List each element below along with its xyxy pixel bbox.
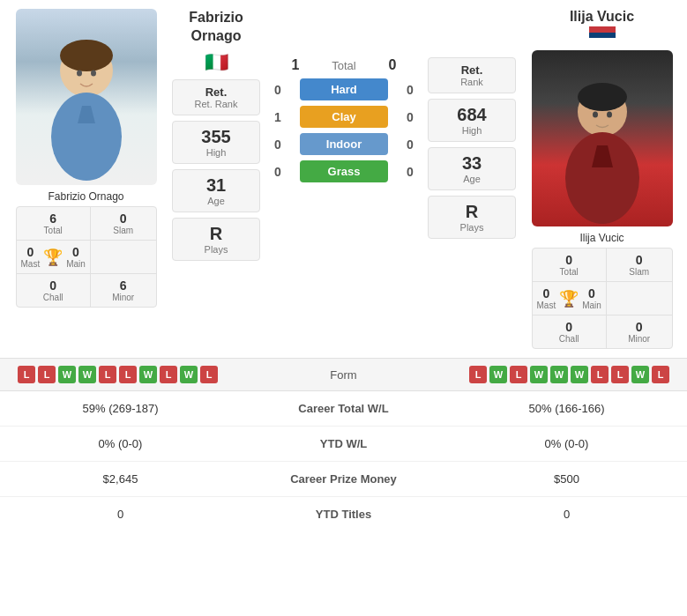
serbia-flag [589, 26, 616, 44]
form-badge: W [180, 366, 198, 383]
top-section: Fabrizio Ornago 6 Total 0 Slam 0 Mast 🏆 [0, 0, 687, 349]
svg-point-6 [91, 71, 96, 77]
p1-minor: 6 Minor [91, 274, 156, 307]
stats-row-career-wl: 59% (269-187) Career Total W/L 50% (166-… [0, 391, 687, 427]
p2-mast-value: 0 [537, 286, 556, 301]
p1-high-value: 355 [183, 127, 249, 147]
svg-rect-8 [589, 33, 616, 38]
svg-rect-7 [589, 26, 616, 33]
career-wl-label: Career Total W/L [232, 402, 455, 415]
p2-plays-label: Plays [439, 222, 504, 233]
p2-age-box: 33 Age [428, 147, 516, 190]
clay-score-p1: 1 [269, 110, 287, 124]
form-badge: L [652, 366, 669, 383]
p1-mast-value: 0 [21, 245, 41, 259]
p1-chall-value: 0 [21, 278, 86, 293]
p2-age-label: Age [439, 174, 504, 184]
p2-main-value: 0 [582, 286, 601, 301]
p1-slam: 0 Slam [91, 207, 156, 241]
p2-high-value: 684 [439, 105, 504, 125]
grass-score-p2: 0 [401, 165, 419, 179]
p2-main-label: Main [582, 301, 601, 310]
hard-score-p2: 0 [401, 83, 419, 97]
prize-p2: $500 [455, 472, 678, 486]
player1-mid-stats: Fabrizio Ornago 🇮🇹 Ret. Ret. Rank 355 Hi… [163, 9, 269, 261]
p1-total-value: 6 [21, 212, 86, 226]
total-score-p2: 0 [384, 57, 401, 73]
stats-row-prize: $2,645 Career Prize Money $500 [0, 462, 687, 497]
form-badge: L [160, 366, 177, 383]
p2-total-label: Total [537, 267, 601, 277]
clay-score-p2: 0 [401, 110, 419, 124]
titles-label: YTD Titles [232, 508, 455, 521]
player2-form: LWLWWWLLWL [397, 366, 679, 383]
player2-name: Ilija Vucic [579, 232, 624, 244]
titles-p2: 0 [455, 508, 678, 521]
p2-high-label: High [439, 125, 504, 136]
stats-table: 59% (269-187) Career Total W/L 50% (166-… [0, 391, 687, 531]
player1-form: LLWWLLWLWL [9, 366, 291, 383]
svg-point-1 [60, 40, 113, 71]
p2-minor-label: Minor [611, 334, 668, 344]
p2-minor-value: 0 [611, 320, 668, 334]
trophy1-icon: 🏆 [43, 248, 63, 267]
player1-name-header: Fabrizio Ornago [189, 9, 243, 46]
form-badge: W [489, 366, 507, 383]
ytd-wl-label: YTD W/L [232, 437, 455, 450]
svg-rect-9 [589, 38, 616, 44]
p1-chall: 0 Chall [17, 274, 91, 307]
form-badge: W [139, 366, 157, 383]
player2-name-header: Ilija Vucic [570, 9, 634, 25]
svg-point-11 [578, 83, 627, 111]
stats-row-ytd-wl: 0% (0-0) YTD W/L 0% (0-0) [0, 427, 687, 462]
form-badge: W [530, 366, 548, 383]
p2-rank-box: Ret. Rank [428, 57, 516, 93]
p1-chall-cell [91, 241, 156, 274]
svg-point-5 [77, 71, 82, 77]
p2-minor-cell: 0 Minor [607, 315, 672, 348]
p1-age-value: 31 [183, 175, 249, 196]
total-score-p1: 1 [287, 57, 304, 73]
player2-card: Ilija Vucic [525, 9, 679, 349]
player2-mid-stats: Ret. Rank 684 High 33 Age R Plays [419, 9, 525, 239]
form-badge: L [200, 366, 218, 383]
grass-score-p1: 0 [269, 165, 287, 179]
player2-flag [589, 26, 616, 47]
p1-mast-label: Mast [21, 259, 41, 269]
form-badge: W [58, 366, 76, 383]
player2-stats-grid: 0 Total 0 Slam 0 Mast 🏆 0 Main [532, 248, 673, 349]
form-row: LLWWLLWLWL Form LWLWWWLLWL [0, 358, 687, 391]
p2-slam-label: Slam [611, 267, 668, 277]
p2-total-cell: 0 Total [533, 249, 607, 282]
form-label: Form [291, 368, 397, 382]
indoor-score-p2: 0 [401, 137, 419, 152]
p1-high-label: High [183, 147, 249, 158]
player1-stats-grid: 6 Total 0 Slam 0 Mast 🏆 0 Main [16, 206, 157, 308]
hard-score-p1: 0 [269, 83, 287, 97]
total-label: Total [317, 59, 370, 72]
p2-slam-cell: 0 Slam [607, 249, 672, 282]
p1-minor-value: 6 [95, 278, 152, 293]
p1-total: 6 Total [17, 207, 91, 241]
p1-plays-box: R Plays [172, 218, 260, 261]
center-section: 1 Total 0 0 Hard 0 1 Clay 0 0 Indoor 0 0 [269, 9, 419, 182]
form-badge: L [591, 366, 609, 383]
p1-plays-value: R [183, 224, 249, 244]
grass-badge: Grass [300, 160, 388, 182]
surface-grass-row: 0 Grass 0 [269, 160, 419, 182]
player1-silhouette [25, 22, 148, 185]
p2-rank-label: Rank [439, 77, 504, 87]
career-wl-p2: 50% (166-166) [455, 402, 678, 415]
p2-mast-label: Mast [537, 301, 556, 310]
surface-clay-row: 1 Clay 0 [269, 106, 419, 128]
player2-header: Ilija Vucic [570, 9, 634, 47]
p2-high-box: 684 High [428, 99, 516, 142]
p1-plays-label: Plays [183, 244, 249, 255]
p1-main-value: 0 [66, 245, 86, 259]
p1-mast-cell: 0 Mast 🏆 0 Main [17, 241, 91, 274]
form-badge: L [38, 366, 56, 383]
form-badge: W [78, 366, 96, 383]
trophy2-icon: 🏆 [559, 289, 579, 308]
player1-card: Fabrizio Ornago 6 Total 0 Slam 0 Mast 🏆 [9, 9, 163, 308]
p1-age-box: 31 Age [172, 169, 260, 212]
